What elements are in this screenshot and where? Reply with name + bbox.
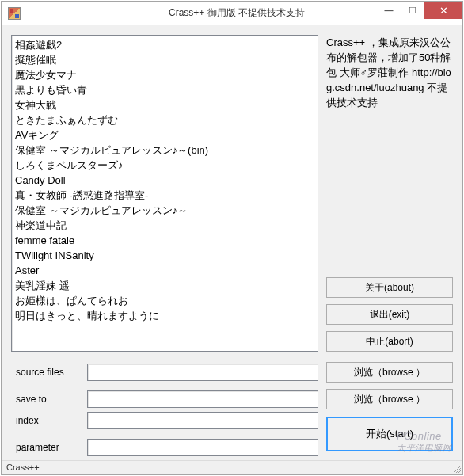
source-label: source files [11, 367, 87, 378]
status-text: Crass++ [6, 463, 40, 472]
save-label: save to [11, 394, 87, 405]
abort-button[interactable]: 中止(abort) [326, 331, 453, 352]
app-icon [8, 7, 21, 20]
list-item[interactable]: 神楽道中記 [15, 218, 314, 233]
form-area: source files 浏览（browse ） save to 浏览（brow… [11, 363, 453, 451]
list-item[interactable]: Candy Doll [15, 173, 314, 188]
index-input[interactable] [87, 412, 318, 429]
list-item[interactable]: 美乳淫妹 遥 [15, 278, 314, 293]
list-item[interactable]: ときたまふぁんたずむ [15, 112, 314, 128]
save-row: save to 浏览（browse ） [11, 390, 453, 409]
list-item[interactable]: AVキング [15, 128, 314, 143]
list-item[interactable]: お姫様は、ぱんてられお [15, 293, 314, 308]
minimize-button[interactable]: — [377, 2, 401, 19]
source-row: source files 浏览（browse ） [11, 363, 453, 382]
close-button[interactable]: ✕ [424, 2, 462, 19]
list-item[interactable]: femme fatale [15, 233, 314, 248]
list-item[interactable]: 保健室 ～マジカルピュアレッスン♪～(bin) [15, 143, 314, 158]
start-button[interactable]: 开始(start) [326, 417, 453, 451]
browse-source-button[interactable]: 浏览（browse ） [326, 362, 453, 383]
game-listbox[interactable]: 相姦遊戯2擬態催眠魔法少女マナ黒よりも昏い青女神大戦ときたまふぁんたずむAVキン… [11, 35, 318, 352]
list-item[interactable]: 黒よりも昏い青 [15, 82, 314, 97]
list-item[interactable]: 魔法少女マナ [15, 67, 314, 82]
list-item[interactable]: しろくまベルスターズ♪ [15, 158, 314, 173]
info-text: Crass++ ，集成原来汉公公布的解包器，增加了50种解包 大师♂罗莊制作 h… [326, 35, 453, 110]
app-window: Crass++ 御用版 不提供技术支持 — ☐ ✕ 相姦遊戯2擬態催眠魔法少女マ… [1, 1, 463, 475]
statusbar: Crass++ [2, 460, 462, 474]
exit-button[interactable]: 退出(exit) [326, 304, 453, 325]
parameter-label: parameter [11, 442, 87, 453]
right-column: Crass++ ，集成原来汉公公布的解包器，增加了50种解包 大师♂罗莊制作 h… [326, 35, 453, 352]
list-item[interactable]: 擬態催眠 [15, 52, 314, 67]
client-area: 相姦遊戯2擬態催眠魔法少女マナ黒よりも昏い青女神大戦ときたまふぁんたずむAVキン… [2, 25, 462, 460]
index-label: index [11, 415, 87, 426]
list-item[interactable]: Aster [15, 263, 314, 278]
list-item[interactable]: 明日はきっと、晴れますように [15, 308, 314, 323]
button-stack: 关于(about) 退出(exit) 中止(abort) [326, 277, 453, 352]
parameter-input[interactable] [87, 439, 318, 456]
about-button[interactable]: 关于(about) [326, 277, 453, 298]
titlebar[interactable]: Crass++ 御用版 不提供技术支持 — ☐ ✕ [2, 2, 462, 25]
list-item[interactable]: 女神大戦 [15, 97, 314, 112]
list-item[interactable]: TWilight INSanity [15, 248, 314, 263]
save-input[interactable] [87, 390, 318, 408]
window-controls: — ☐ ✕ [377, 2, 462, 19]
index-row: index parameter 开始(start) [11, 417, 453, 451]
list-item[interactable]: 保健室 ～マジカルピュアレッスン♪～ [15, 203, 314, 218]
source-input[interactable] [87, 364, 318, 381]
maximize-button[interactable]: ☐ [401, 2, 424, 19]
list-item[interactable]: 真・女教師 -誘惑進路指導室- [15, 188, 314, 203]
list-item[interactable]: 相姦遊戯2 [15, 37, 314, 52]
browse-save-button[interactable]: 浏览（browse ） [326, 389, 453, 409]
top-row: 相姦遊戯2擬態催眠魔法少女マナ黒よりも昏い青女神大戦ときたまふぁんたずむAVキン… [11, 35, 453, 352]
